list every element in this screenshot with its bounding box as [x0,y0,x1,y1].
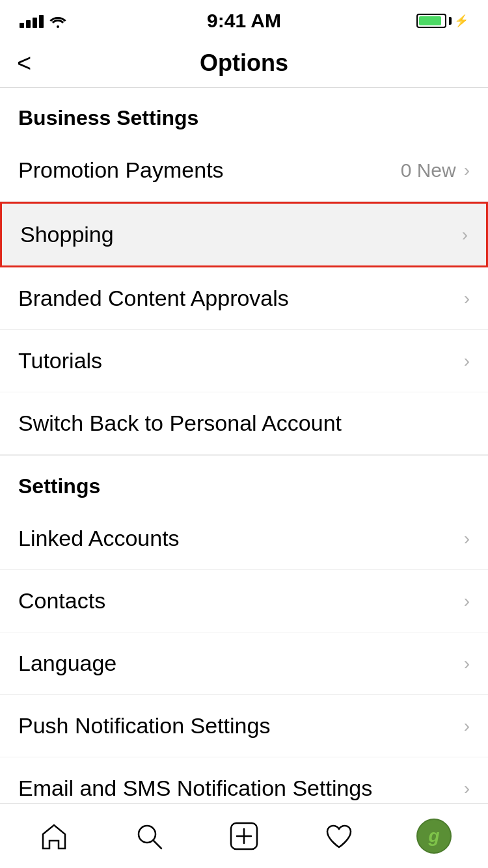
battery-body [416,14,446,28]
email-sms-label: Email and SMS Notification Settings [18,776,372,801]
branded-content-label: Branded Content Approvals [18,286,289,311]
linked-accounts-item[interactable]: Linked Accounts › [0,508,488,570]
nav-home[interactable] [18,813,90,859]
chevron-icon: › [464,528,470,549]
branded-content-item[interactable]: Branded Content Approvals › [0,267,488,330]
chevron-icon: › [464,778,470,799]
push-notification-right: › [464,716,470,737]
settings-section-label: Settings [0,456,488,508]
battery-tip [449,17,452,25]
shopping-item[interactable]: Shopping › [0,202,488,267]
language-label: Language [18,651,116,676]
back-button[interactable]: < [17,51,31,75]
chevron-icon: › [462,224,468,245]
battery-indicator: ⚡ [416,14,468,28]
wifi-icon [49,14,67,28]
add-icon [228,820,260,852]
heart-icon [323,820,355,852]
status-right: ⚡ [416,14,468,28]
email-sms-right: › [464,778,470,799]
page-title: Options [200,49,288,77]
contacts-item[interactable]: Contacts › [0,570,488,632]
status-time: 9:41 AM [207,10,281,32]
chevron-icon: › [464,288,470,309]
header: < Options [0,39,488,88]
language-right: › [464,653,470,674]
nav-profile[interactable]: g [398,813,470,859]
nav-activity[interactable] [303,813,375,859]
nav-add[interactable] [208,813,280,859]
business-settings-section-label: Business Settings [0,88,488,139]
branded-content-right: › [464,288,470,309]
push-notification-label: Push Notification Settings [18,713,270,739]
signal-icon [20,14,44,28]
promotion-payments-badge: 0 New [401,159,456,182]
home-icon [38,820,70,852]
tutorials-right: › [464,351,470,372]
nav-search[interactable] [113,813,185,859]
linked-accounts-right: › [464,528,470,549]
profile-avatar: g [416,819,452,854]
bolt-icon: ⚡ [454,14,468,28]
tutorials-label: Tutorials [18,348,102,373]
bottom-nav: g [0,803,488,868]
switch-account-label: Switch Back to Personal Account [18,411,342,436]
promotion-payments-right: 0 New › [401,159,470,182]
chevron-icon: › [464,160,470,181]
promotion-payments-label: Promotion Payments [18,157,224,183]
contacts-label: Contacts [18,588,105,614]
chevron-icon: › [464,591,470,612]
battery-fill [419,16,441,25]
chevron-icon: › [464,653,470,674]
svg-line-1 [154,841,161,848]
profile-letter: g [428,826,439,847]
chevron-icon: › [464,351,470,372]
push-notification-item[interactable]: Push Notification Settings › [0,695,488,757]
status-left [20,14,67,28]
switch-account-item[interactable]: Switch Back to Personal Account [0,392,488,455]
search-icon [133,820,165,852]
chevron-icon: › [464,716,470,737]
shopping-label: Shopping [20,222,114,247]
tutorials-item[interactable]: Tutorials › [0,330,488,392]
shopping-right: › [462,224,468,245]
promotion-payments-item[interactable]: Promotion Payments 0 New › [0,139,488,202]
svg-point-0 [139,826,156,843]
language-item[interactable]: Language › [0,632,488,695]
linked-accounts-label: Linked Accounts [18,526,180,551]
status-bar: 9:41 AM ⚡ [0,0,488,39]
contacts-right: › [464,591,470,612]
